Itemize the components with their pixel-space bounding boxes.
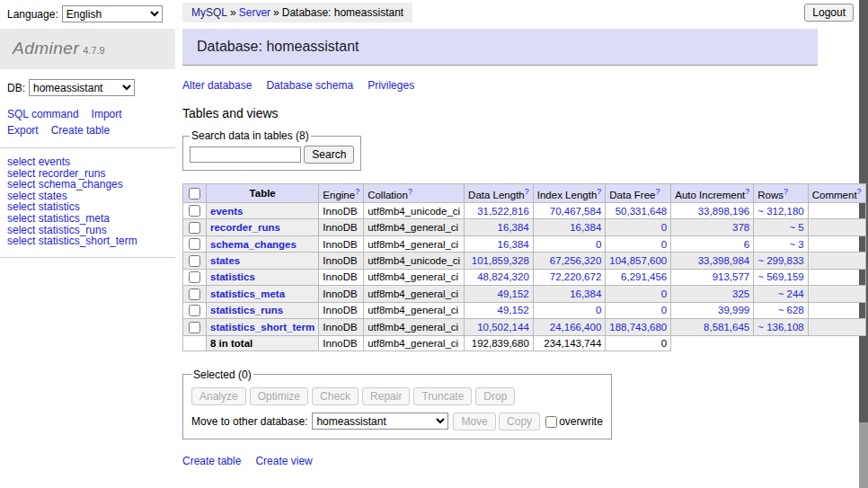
optimize-button[interactable]: Optimize xyxy=(250,387,308,405)
auto-increment-link[interactable]: 378 xyxy=(732,222,749,233)
data-free-link[interactable]: 6,291,456 xyxy=(621,271,667,282)
data-length-link[interactable]: 16,384 xyxy=(498,222,529,233)
rows-link[interactable]: ~ 299,833 xyxy=(757,255,803,266)
data-free-link[interactable]: 104,857,600 xyxy=(609,255,667,266)
create-view-link[interactable]: Create view xyxy=(255,455,312,467)
search-button[interactable]: Search xyxy=(304,146,354,164)
data-length-link[interactable]: 10,502,144 xyxy=(477,322,529,333)
row-checkbox-statistics-short-term[interactable] xyxy=(189,322,200,333)
help-icon[interactable]: ? xyxy=(745,187,749,196)
index-length-link[interactable]: 16,384 xyxy=(570,222,601,233)
table-link-statistics-runs[interactable]: statistics_runs xyxy=(210,305,283,315)
row-checkbox-statistics-meta[interactable] xyxy=(189,288,200,300)
rows-link[interactable]: ~ 136,108 xyxy=(757,322,803,333)
select-all-checkbox[interactable] xyxy=(189,188,200,200)
drop-button[interactable]: Drop xyxy=(475,387,515,405)
privileges-link[interactable]: Privileges xyxy=(368,79,414,92)
sidebar-action-import-link[interactable]: Import xyxy=(92,106,122,122)
data-length-link[interactable]: 49,152 xyxy=(498,288,529,299)
rows-link[interactable]: ~ 5 xyxy=(789,222,803,233)
help-icon[interactable]: ? xyxy=(408,187,412,196)
sidebar-action-sql-command-link[interactable]: SQL command xyxy=(7,106,79,122)
auto-increment-link[interactable]: 39,999 xyxy=(718,305,749,315)
truncate-button[interactable]: Truncate xyxy=(413,387,472,405)
table-row: statistics_short_termInnoDButf8mb4_gener… xyxy=(183,319,866,335)
sidebar-select-schema-changes-link[interactable]: select schema_changes xyxy=(7,179,168,191)
row-checkbox-statistics[interactable] xyxy=(189,271,200,283)
help-icon[interactable]: ? xyxy=(525,187,529,196)
auto-increment-link[interactable]: 8,581,645 xyxy=(704,322,749,333)
sidebar-action-export-link[interactable]: Export xyxy=(7,122,39,138)
index-length-link[interactable]: 24,166,400 xyxy=(550,322,602,333)
row-checkbox-schema-changes[interactable] xyxy=(189,238,200,250)
repair-button[interactable]: Repair xyxy=(362,387,410,405)
comment-cell xyxy=(808,253,865,269)
overwrite-checkbox[interactable] xyxy=(545,416,557,428)
auto-increment-link[interactable]: 913,577 xyxy=(713,271,750,282)
rows-link[interactable]: ~ 244 xyxy=(778,288,804,299)
data-free-link[interactable]: 0 xyxy=(661,239,667,250)
rows-link[interactable]: ~ 312,180 xyxy=(757,206,803,217)
data-length-link[interactable]: 31,522,816 xyxy=(477,206,529,217)
row-checkbox-events[interactable] xyxy=(189,205,200,217)
index-length-link[interactable]: 16,384 xyxy=(570,288,601,299)
rows-link[interactable]: ~ 569,159 xyxy=(757,271,803,282)
index-length-link[interactable]: 0 xyxy=(596,305,601,315)
app-version: 4.7.9 xyxy=(83,45,104,56)
database-schema-link[interactable]: Database schema xyxy=(266,79,353,92)
data-free-link[interactable]: 0 xyxy=(661,222,667,233)
table-link-statistics[interactable]: statistics xyxy=(210,271,255,282)
create-table-link[interactable]: Create table xyxy=(182,455,241,467)
help-icon[interactable]: ? xyxy=(857,187,862,196)
table-link-states[interactable]: states xyxy=(210,255,240,266)
table-link-events[interactable]: events xyxy=(210,206,243,217)
sidebar-select-statistics-short-term-link[interactable]: select statistics_short_term xyxy=(7,235,168,247)
index-length-link[interactable]: 0 xyxy=(596,239,601,250)
data-length-link[interactable]: 101,859,328 xyxy=(472,255,529,266)
help-icon[interactable]: ? xyxy=(355,187,359,196)
table-link-recorder-runs[interactable]: recorder_runs xyxy=(210,222,280,233)
table-link-statistics-short-term[interactable]: statistics_short_term xyxy=(210,322,314,333)
index-length-link[interactable]: 70,467,584 xyxy=(550,206,602,217)
auto-increment-link[interactable]: 33,398,984 xyxy=(698,255,750,266)
sidebar-select-statistics-meta-link[interactable]: select statistics_meta xyxy=(7,213,168,225)
language-select[interactable]: English xyxy=(62,5,163,22)
auto-increment-link[interactable]: 325 xyxy=(732,288,749,299)
copy-button[interactable]: Copy xyxy=(499,413,540,430)
move-button[interactable]: Move xyxy=(453,413,495,430)
row-checkbox-statistics-runs[interactable] xyxy=(189,305,200,316)
check-button[interactable]: Check xyxy=(312,387,359,405)
data-free-link[interactable]: 188,743,680 xyxy=(609,322,667,333)
data-length-link[interactable]: 48,824,320 xyxy=(477,271,529,282)
table-link-schema-changes[interactable]: schema_changes xyxy=(210,239,297,250)
rows-link[interactable]: ~ 628 xyxy=(778,305,804,315)
data-length-link[interactable]: 16,384 xyxy=(498,239,529,250)
data-length-link[interactable]: 49,152 xyxy=(498,305,529,315)
data-free-link[interactable]: 50,331,648 xyxy=(616,206,668,217)
db-select[interactable]: homeassistant xyxy=(29,79,135,96)
move-db-select[interactable]: homeassistant xyxy=(312,413,448,430)
data-free-link[interactable]: 0 xyxy=(661,288,667,299)
alter-database-link[interactable]: Alter database xyxy=(182,79,252,92)
sidebar-select-events-link[interactable]: select events xyxy=(7,156,168,168)
search-input[interactable] xyxy=(190,146,301,163)
sidebar-action-create-table-link[interactable]: Create table xyxy=(51,122,110,138)
help-icon[interactable]: ? xyxy=(784,187,788,196)
help-icon[interactable]: ? xyxy=(655,187,660,196)
auto-increment-link[interactable]: 6 xyxy=(744,239,749,250)
data-free-link[interactable]: 0 xyxy=(661,305,667,315)
auto-increment-link[interactable]: 33,898,196 xyxy=(698,206,750,217)
page-title: Database: homeassistant xyxy=(182,29,818,66)
row-checkbox-recorder-runs[interactable] xyxy=(189,222,200,234)
engine-cell: InnoDB xyxy=(319,286,364,302)
breadcrumb-mysql[interactable]: MySQL xyxy=(191,6,227,19)
breadcrumb-server[interactable]: Server xyxy=(239,6,270,19)
analyze-button[interactable]: Analyze xyxy=(191,387,246,405)
help-icon[interactable]: ? xyxy=(597,187,601,196)
index-length-link[interactable]: 67,256,320 xyxy=(550,255,602,266)
overwrite-label: overwrite xyxy=(559,415,603,428)
rows-link[interactable]: ~ 3 xyxy=(789,239,803,250)
row-checkbox-states[interactable] xyxy=(189,255,200,267)
table-link-statistics-meta[interactable]: statistics_meta xyxy=(210,288,285,299)
index-length-link[interactable]: 72,220,672 xyxy=(550,271,602,282)
